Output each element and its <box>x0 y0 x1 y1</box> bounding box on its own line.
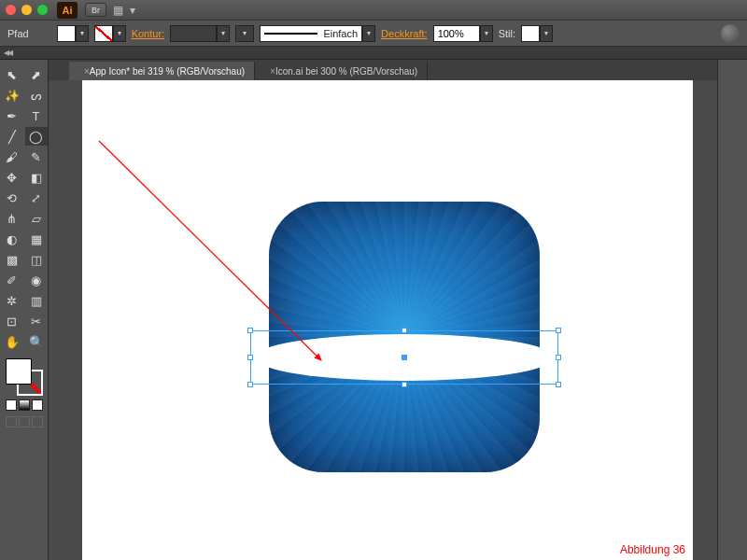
pencil-tool[interactable]: ✎ <box>25 147 48 166</box>
brush-definition-label: Einfach <box>323 28 358 39</box>
brush-dropdown-icon[interactable]: ▾ <box>362 25 375 42</box>
minimize-window-icon[interactable] <box>21 5 32 15</box>
draw-mode-switches <box>6 416 43 427</box>
document-area: × App Icon* bei 319 % (RGB/Vorschau) × I… <box>49 60 717 560</box>
handle-n[interactable] <box>402 328 407 333</box>
brush-definition-field[interactable]: Einfach <box>260 25 362 42</box>
ellipse-tool[interactable]: ◯ <box>25 127 48 146</box>
fill-stroke-control[interactable] <box>6 358 43 396</box>
fill-swatch[interactable] <box>57 25 76 42</box>
bridge-button[interactable]: Br <box>85 3 106 17</box>
document-tabstrip: × App Icon* bei 319 % (RGB/Vorschau) × I… <box>49 60 717 80</box>
variable-width-profile-icon[interactable]: ▾ <box>235 25 254 42</box>
direct-selection-tool[interactable]: ⬈ <box>25 65 48 84</box>
handle-center[interactable] <box>402 355 407 360</box>
arrange-documents-icon[interactable]: ▦ <box>110 4 125 17</box>
scale-tool[interactable]: ⤢ <box>25 189 48 207</box>
rotate-tool[interactable]: ⟲ <box>1 189 23 207</box>
magic-wand-tool[interactable]: ✨ <box>1 86 23 105</box>
color-mode-switches <box>6 399 43 411</box>
document-tab-title: App Icon* bei 319 % (RGB/Vorschau) <box>90 66 245 77</box>
column-graph-tool[interactable]: ▥ <box>25 291 48 310</box>
opacity-field[interactable]: 100% <box>433 25 480 42</box>
document-tab-title: Icon.ai bei 300 % (RGB/Vorschau) <box>275 66 417 77</box>
color-mode-normal[interactable] <box>6 399 17 411</box>
arrange-dropdown-icon[interactable]: ▾ <box>125 4 140 17</box>
graphic-style-swatch[interactable] <box>521 25 540 42</box>
pen-tool[interactable]: ✒ <box>1 106 23 125</box>
handle-w[interactable] <box>247 355 253 360</box>
width-tool[interactable]: ⋔ <box>1 209 23 228</box>
stroke-weight-dropdown-icon[interactable]: ▾ <box>217 25 230 42</box>
draw-behind-icon[interactable] <box>19 416 30 427</box>
selection-type-label: Pfad <box>7 28 29 39</box>
slice-tool[interactable]: ✂ <box>25 312 48 330</box>
opacity-dropdown-icon[interactable]: ▾ <box>480 25 493 42</box>
shape-builder-tool[interactable]: ◐ <box>1 230 23 248</box>
handle-se[interactable] <box>556 382 561 387</box>
style-dropdown-icon[interactable]: ▾ <box>540 25 553 42</box>
free-transform-tool[interactable]: ▱ <box>25 209 48 228</box>
panel-collapse-row: ◀◀ <box>0 47 747 60</box>
draw-inside-icon[interactable] <box>32 416 43 427</box>
document-tab-inactive[interactable]: × Icon.ai bei 300 % (RGB/Vorschau) <box>255 62 428 80</box>
close-window-icon[interactable] <box>6 5 16 15</box>
stroke-panel-link[interactable]: Kontur: <box>132 28 164 39</box>
handle-e[interactable] <box>556 355 561 360</box>
selected-ellipse-object[interactable] <box>243 323 566 392</box>
handle-ne[interactable] <box>556 328 561 333</box>
hand-tool[interactable]: ✋ <box>1 332 23 351</box>
eyedropper-tool[interactable]: ✐ <box>1 271 23 289</box>
line-tool[interactable]: ╱ <box>1 127 23 146</box>
selection-tool[interactable]: ⬉ <box>1 65 23 84</box>
perspective-grid-tool[interactable]: ▦ <box>25 230 48 248</box>
color-mode-none[interactable] <box>32 399 43 411</box>
document-tab-active[interactable]: × App Icon* bei 319 % (RGB/Vorschau) <box>69 62 255 80</box>
stroke-weight-field[interactable] <box>170 25 217 42</box>
color-mode-gradient[interactable] <box>19 399 30 411</box>
opacity-panel-link[interactable]: Deckkraft: <box>381 28 428 39</box>
expand-chevrons-icon[interactable]: ◀◀ <box>4 49 11 57</box>
artboard[interactable]: Abbildung 36 <box>82 80 693 560</box>
stroke-swatch[interactable] <box>94 25 113 42</box>
handle-sw[interactable] <box>247 382 253 387</box>
right-panel-collapsed[interactable] <box>717 60 747 560</box>
document-setup-icon[interactable] <box>721 24 740 43</box>
eraser-tool[interactable]: ◧ <box>25 168 48 187</box>
tools-panel: ⬉ ⬈ ✨ ᔕ ✒ T ╱ ◯ 🖌 ✎ ✥ ◧ ⟲ ⤢ ⋔ ▱ ◐ ▦ ▩ ◫ … <box>0 60 49 560</box>
symbol-sprayer-tool[interactable]: ✲ <box>1 291 23 310</box>
fill-dropdown-icon[interactable]: ▾ <box>76 25 89 42</box>
control-bar: Pfad ▾ ▾ Kontur: ▾ ▾ Einfach ▾ Deckkraft… <box>0 21 747 47</box>
zoom-tool[interactable]: 🔍 <box>25 332 48 351</box>
blob-brush-tool[interactable]: ✥ <box>1 168 23 187</box>
paintbrush-tool[interactable]: 🖌 <box>1 147 23 166</box>
type-tool[interactable]: T <box>25 106 48 125</box>
figure-label: Abbildung 36 <box>620 543 685 556</box>
canvas[interactable]: Abbildung 36 <box>49 80 717 560</box>
maximize-window-icon[interactable] <box>37 5 48 15</box>
lasso-tool[interactable]: ᔕ <box>25 86 48 105</box>
mesh-tool[interactable]: ▩ <box>1 250 23 269</box>
handle-s[interactable] <box>402 382 407 387</box>
style-label: Stil: <box>499 28 515 39</box>
artboard-tool[interactable]: ⊡ <box>1 312 23 330</box>
blend-tool[interactable]: ◉ <box>25 271 48 289</box>
stroke-dropdown-icon[interactable]: ▾ <box>113 25 126 42</box>
app-logo: Ai <box>57 2 78 19</box>
titlebar: Ai Br ▦ ▾ <box>0 0 747 21</box>
draw-normal-icon[interactable] <box>6 416 17 427</box>
handle-nw[interactable] <box>247 328 253 333</box>
fill-color-icon[interactable] <box>6 358 32 385</box>
gradient-tool[interactable]: ◫ <box>25 250 48 269</box>
window-controls <box>6 5 48 15</box>
